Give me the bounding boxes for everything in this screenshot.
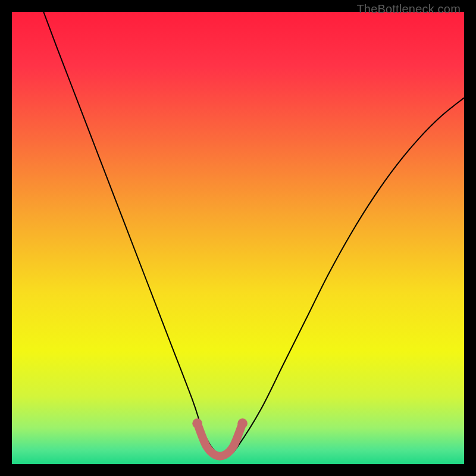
highlight-endpoint-left bbox=[192, 418, 202, 428]
highlight-segment bbox=[198, 424, 243, 456]
curve-layer bbox=[12, 12, 464, 464]
chart-frame: TheBottleneck.com bbox=[0, 0, 476, 476]
highlight-endpoint-right bbox=[237, 418, 248, 428]
bottleneck-curve bbox=[43, 12, 464, 456]
plot-area bbox=[12, 12, 464, 464]
watermark-text: TheBottleneck.com bbox=[356, 2, 461, 16]
